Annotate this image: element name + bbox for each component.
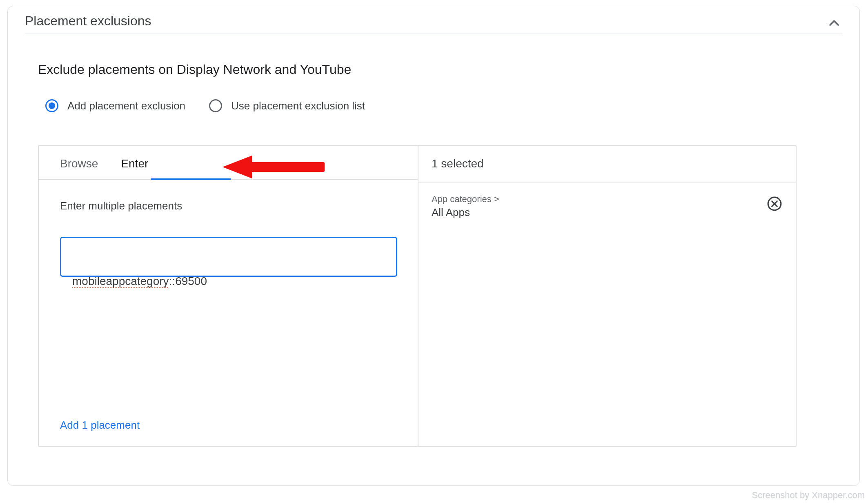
chevron-up-icon (827, 16, 841, 30)
enter-instructions: Enter multiple placements (60, 200, 396, 212)
panel-right: 1 selected App categories > All Apps (418, 146, 796, 446)
add-placement-button[interactable]: Add 1 placement (39, 419, 418, 446)
svg-rect-0 (247, 162, 325, 172)
tabs: Browse Enter (39, 146, 418, 180)
divider (25, 33, 842, 33)
section-subtitle: Exclude placements on Display Network an… (38, 62, 859, 77)
enter-area: Enter multiple placements mobileappcateg… (39, 180, 418, 419)
selected-item-breadcrumb: App categories > (432, 194, 499, 205)
selected-item: App categories > All Apps (432, 194, 783, 219)
selected-count: 1 selected (418, 146, 796, 183)
watermark: Screenshot by Xnapper.com (752, 490, 865, 501)
radio-label: Add placement exclusion (67, 100, 185, 112)
tab-underline (151, 178, 231, 180)
remove-selected-button[interactable] (766, 196, 783, 212)
selected-list: App categories > All Apps (418, 183, 796, 446)
selected-item-text: App categories > All Apps (432, 194, 499, 219)
selected-item-name: All Apps (432, 206, 499, 219)
placement-exclusions-card: Placement exclusions Exclude placements … (7, 6, 860, 486)
close-circle-icon (767, 196, 782, 211)
tab-enter[interactable]: Enter (121, 157, 148, 179)
panel-left: Browse Enter Enter multiple placements m… (39, 146, 418, 446)
radio-icon (209, 99, 222, 112)
radio-group: Add placement exclusion Use placement ex… (45, 99, 859, 112)
collapse-button[interactable] (826, 15, 842, 31)
radio-add-exclusion[interactable]: Add placement exclusion (45, 99, 185, 112)
tab-browse[interactable]: Browse (60, 157, 98, 179)
section-title: Placement exclusions (25, 13, 151, 33)
arrow-annotation-icon (223, 154, 329, 180)
radio-icon (45, 99, 58, 112)
svg-marker-1 (223, 156, 252, 178)
radio-use-list[interactable]: Use placement exclusion list (209, 99, 365, 112)
placements-panel: Browse Enter Enter multiple placements m… (38, 145, 797, 447)
card-header: Placement exclusions (8, 6, 859, 33)
radio-label: Use placement exclusion list (231, 100, 365, 112)
placements-input[interactable] (60, 237, 397, 277)
